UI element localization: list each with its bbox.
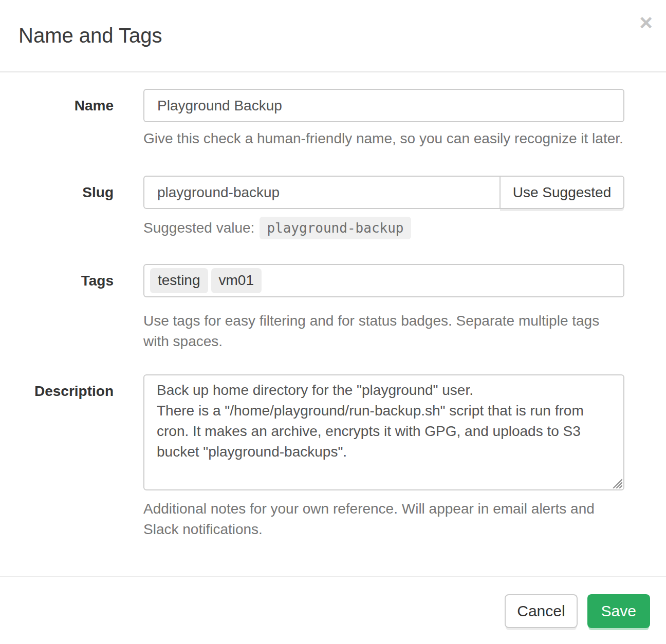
description-label: Description	[0, 374, 128, 540]
description-form-group: Description Back up home directory for t…	[0, 374, 666, 540]
dialog-footer: Cancel Save	[0, 576, 666, 644]
tag-chip[interactable]: testing	[150, 268, 208, 293]
tag-chip[interactable]: vm01	[211, 268, 262, 293]
save-button[interactable]: Save	[587, 594, 650, 628]
name-and-tags-dialog: Name and Tags × Name Give this check a h…	[0, 0, 666, 644]
name-help-text: Give this check a human-friendly name, s…	[143, 128, 624, 149]
suggested-value-prefix: Suggested value:	[143, 220, 254, 236]
close-icon[interactable]: ×	[639, 11, 653, 34]
slug-input[interactable]	[143, 176, 501, 209]
use-suggested-button[interactable]: Use Suggested	[499, 176, 624, 209]
slug-form-group: Slug Use Suggested Suggested value: play…	[0, 176, 666, 239]
dialog-body: Name Give this check a human-friendly na…	[0, 72, 666, 576]
name-input[interactable]	[143, 89, 624, 122]
tags-form-group: Tags testing vm01 Use tags for easy filt…	[0, 264, 666, 352]
cancel-button[interactable]: Cancel	[505, 594, 577, 628]
description-textarea[interactable]: Back up home directory for the "playgrou…	[143, 374, 624, 490]
dialog-title: Name and Tags	[18, 24, 162, 47]
name-label: Name	[0, 89, 128, 149]
description-help-text: Additional notes for your own reference.…	[143, 499, 624, 540]
tags-label: Tags	[0, 264, 128, 352]
suggested-value-line: Suggested value: playground-backup	[143, 217, 624, 239]
suggested-value-code: playground-backup	[260, 217, 411, 239]
tags-help-text: Use tags for easy filtering and for stat…	[143, 311, 624, 352]
name-form-group: Name Give this check a human-friendly na…	[0, 89, 666, 149]
slug-input-group: Use Suggested	[143, 176, 624, 209]
tags-input[interactable]: testing vm01	[143, 264, 624, 297]
slug-label: Slug	[0, 176, 128, 239]
dialog-header: Name and Tags ×	[0, 0, 666, 72]
